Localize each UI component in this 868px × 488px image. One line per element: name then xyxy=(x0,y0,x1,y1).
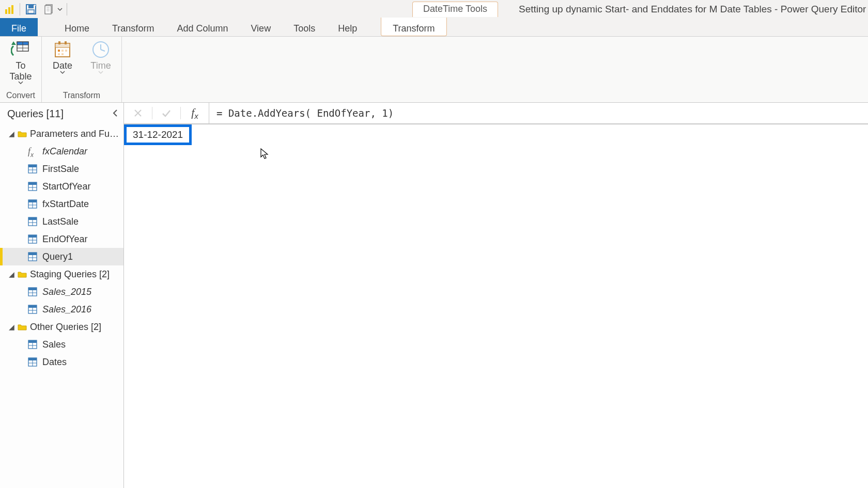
folder-icon xyxy=(18,271,27,278)
queries-pane-title: Queries [11] xyxy=(7,108,64,120)
formula-cancel-button xyxy=(124,103,152,123)
query-item[interactable]: Sales xyxy=(0,336,123,353)
query-group-header[interactable]: ◢Other Queries [2] xyxy=(0,318,123,336)
tab-home[interactable]: Home xyxy=(53,18,101,36)
chevron-down-icon xyxy=(18,81,23,85)
formula-bar: fx xyxy=(124,103,868,124)
expand-triangle-icon: ◢ xyxy=(8,270,14,278)
query-group-label: Parameters and Fu… xyxy=(30,129,119,139)
svg-rect-8 xyxy=(45,6,51,14)
chevron-down-icon xyxy=(57,7,63,12)
x-icon xyxy=(133,108,143,118)
save-icon xyxy=(25,4,37,15)
chevron-down-icon xyxy=(60,70,65,74)
query-item[interactable]: fxfxCalendar xyxy=(0,143,123,160)
clock-icon xyxy=(91,40,111,59)
calendar-icon xyxy=(53,40,72,59)
ribbon-group-transform-label: Transform xyxy=(63,91,100,102)
undo-button[interactable] xyxy=(40,1,57,18)
query-item-label: Query1 xyxy=(42,251,73,262)
cursor-pointer-icon xyxy=(260,148,270,160)
chevron-left-icon xyxy=(111,109,119,117)
query-item-label: Dates xyxy=(42,357,67,368)
time-label: Time xyxy=(90,60,111,71)
save-button[interactable] xyxy=(22,1,40,18)
query-group-header[interactable]: ◢Parameters and Fu… xyxy=(0,125,123,143)
chevron-down-icon xyxy=(98,70,103,74)
query-item[interactable]: fxStartDate xyxy=(0,195,123,213)
to-table-icon xyxy=(11,40,30,59)
svg-rect-18 xyxy=(55,43,70,48)
formula-fx-button[interactable]: fx xyxy=(181,103,209,123)
ribbon-group-transform: Date Time Transform xyxy=(42,37,122,102)
svg-rect-23 xyxy=(65,50,67,52)
query-item-label: EndOfYear xyxy=(42,234,87,245)
tab-tools[interactable]: Tools xyxy=(282,18,327,36)
query-item-label: Sales xyxy=(42,339,66,350)
queries-pane: Queries [11] ◢Parameters and Fu…fxfxCale… xyxy=(0,103,124,488)
query-item-label: FirstSale xyxy=(42,164,79,175)
time-button: Time xyxy=(85,40,116,74)
ribbon-group-convert-label: Convert xyxy=(6,91,35,102)
query-item[interactable]: Sales_2015 xyxy=(0,283,123,301)
query-item-label: StartOfYear xyxy=(42,181,90,192)
tab-view[interactable]: View xyxy=(239,18,282,36)
svg-rect-0 xyxy=(5,9,7,14)
svg-rect-25 xyxy=(61,53,64,55)
to-table-label: To Table xyxy=(9,60,32,82)
formula-commit-button xyxy=(152,103,180,123)
tab-context-transform[interactable]: Transform xyxy=(381,18,446,36)
table-icon xyxy=(28,182,37,191)
collapse-pane-button[interactable] xyxy=(111,108,119,120)
table-icon xyxy=(28,234,37,244)
table-icon xyxy=(28,357,37,367)
expand-triangle-icon: ◢ xyxy=(8,323,14,331)
svg-rect-4 xyxy=(28,5,34,8)
table-icon xyxy=(28,287,37,296)
preview-area: fx 31-12-2021 xyxy=(124,103,868,488)
query-item[interactable]: Dates xyxy=(0,353,123,371)
tab-file[interactable]: File xyxy=(0,18,38,36)
folder-icon xyxy=(18,130,27,137)
query-item[interactable]: FirstSale xyxy=(0,160,123,178)
undo-dropdown-button[interactable] xyxy=(55,1,65,18)
svg-rect-22 xyxy=(61,50,64,52)
qat-separator xyxy=(20,3,20,15)
query-item[interactable]: Sales_2016 xyxy=(0,301,123,318)
titlebar: DateTime Tools Setting up dynamic Start-… xyxy=(0,0,868,18)
tab-add-column[interactable]: Add Column xyxy=(165,18,239,36)
query-item[interactable]: Query1 xyxy=(0,248,123,265)
svg-marker-16 xyxy=(11,41,16,45)
query-item[interactable]: StartOfYear xyxy=(0,178,123,195)
tab-help[interactable]: Help xyxy=(327,18,368,36)
ribbon-tabs: File Home Transform Add Column View Tool… xyxy=(0,18,868,37)
qat-separator xyxy=(67,3,67,15)
folder-icon xyxy=(18,323,27,330)
date-button[interactable]: Date xyxy=(47,40,78,74)
svg-rect-24 xyxy=(58,53,60,55)
fx-icon: fx xyxy=(28,147,37,156)
table-icon xyxy=(28,340,37,349)
query-item-label: Sales_2016 xyxy=(42,304,91,315)
query-group-header[interactable]: ◢Staging Queries [2] xyxy=(0,265,123,283)
query-item[interactable]: EndOfYear xyxy=(0,230,123,248)
ribbon-group-convert: To Table Convert xyxy=(0,37,42,102)
svg-rect-19 xyxy=(58,41,60,44)
result-value[interactable]: 31-12-2021 xyxy=(124,124,192,145)
tab-transform[interactable]: Transform xyxy=(101,18,165,36)
svg-rect-1 xyxy=(8,7,10,14)
svg-rect-5 xyxy=(28,10,34,13)
fx-icon: fx xyxy=(191,106,198,120)
to-table-button[interactable]: To Table xyxy=(5,40,36,85)
window-title: Setting up dynamic Start- and Enddates f… xyxy=(519,4,866,15)
formula-input[interactable] xyxy=(209,103,868,124)
query-item-label: LastSale xyxy=(42,216,79,227)
contextual-tab-group-label: DateTime Tools xyxy=(412,2,498,17)
query-group-label: Other Queries [2] xyxy=(30,322,101,333)
undo-icon xyxy=(43,4,54,15)
queries-tree: ◢Parameters and Fu…fxfxCalendarFirstSale… xyxy=(0,125,123,371)
query-item[interactable]: LastSale xyxy=(0,213,123,230)
queries-pane-header: Queries [11] xyxy=(0,103,123,125)
svg-rect-21 xyxy=(58,50,60,52)
quick-access-toolbar xyxy=(0,1,71,18)
